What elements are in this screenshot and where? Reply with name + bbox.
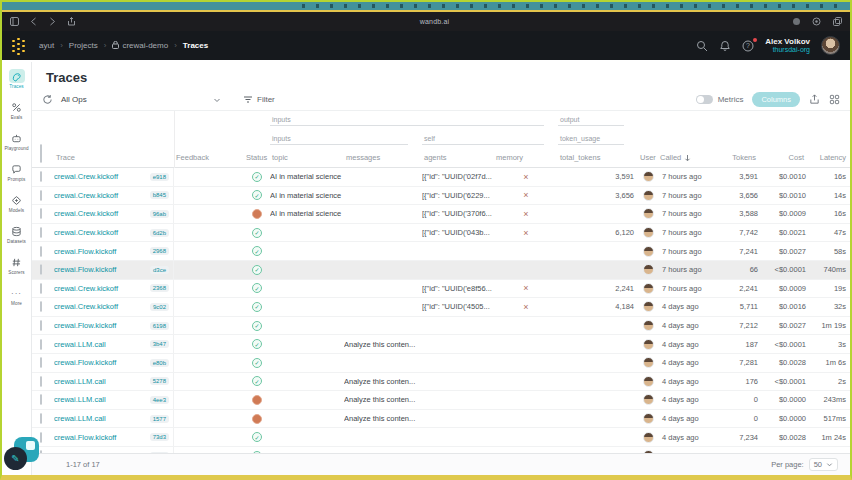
trace-id-badge[interactable]: 2968 xyxy=(150,247,169,255)
table-row[interactable]: crewai.Flow.kickoff d3ce ✓ 7 hours ago 6… xyxy=(32,261,850,280)
table-row[interactable]: crewai.LLM.call 3b47 ✓ Analyze this cont… xyxy=(32,335,850,354)
trace-name-link[interactable]: crewai.Flow.kickoff xyxy=(54,433,116,442)
trace-id-badge[interactable]: e918 xyxy=(150,173,169,181)
breadcrumb-project[interactable]: crewai-demo xyxy=(112,41,168,50)
table-row[interactable]: crewai.Flow.kickoff 2968 ✓ 7 hours ago 7… xyxy=(32,242,850,261)
group-header-inputs-nested[interactable]: inputs xyxy=(270,135,408,145)
row-checkbox[interactable] xyxy=(40,264,42,275)
table-row[interactable]: crewai.Crew.kickoff b845 ✓ AI in materia… xyxy=(32,187,850,206)
trace-id-badge[interactable]: 1577 xyxy=(150,415,169,423)
trace-id-badge[interactable]: 4ee3 xyxy=(150,396,169,404)
table-row[interactable]: crewai.LLM.call 1577 Analyze this conten… xyxy=(32,410,850,429)
sidebar-item-evals[interactable]: Evals xyxy=(4,98,30,122)
forward-icon[interactable] xyxy=(48,17,57,26)
trace-name-link[interactable]: crewai.LLM.call xyxy=(54,340,106,349)
trace-name-link[interactable]: crewai.Crew.kickoff xyxy=(54,228,118,237)
trace-id-badge[interactable]: 96ab xyxy=(150,210,169,218)
row-checkbox[interactable] xyxy=(40,283,42,294)
trace-name-link[interactable]: crewai.Crew.kickoff xyxy=(54,209,118,218)
export-icon[interactable] xyxy=(809,94,820,105)
support-chat-widget[interactable]: ✎ xyxy=(4,437,44,473)
new-window-icon[interactable] xyxy=(833,17,842,26)
breadcrumb-traces[interactable]: Traces xyxy=(183,41,208,50)
column-header-agents[interactable]: agents xyxy=(422,153,494,167)
table-row[interactable]: crewai.LLM.call 5278 ✓ Analyze this cont… xyxy=(32,373,850,392)
table-row[interactable]: crewai.Flow.kickoff e80b ✓ 4 days ago 7,… xyxy=(32,354,850,373)
column-header-topic[interactable]: topic xyxy=(270,153,344,167)
trace-name-link[interactable]: crewai.Crew.kickoff xyxy=(54,284,118,293)
metrics-toggle[interactable] xyxy=(696,95,713,104)
per-page-select[interactable]: 50 xyxy=(809,458,838,471)
row-checkbox[interactable] xyxy=(40,376,42,387)
column-header-trace[interactable]: Trace xyxy=(54,153,174,167)
trace-id-badge[interactable]: 6198 xyxy=(150,322,169,330)
trace-name-link[interactable]: crewai.Crew.kickoff xyxy=(54,302,118,311)
wandb-logo-icon[interactable] xyxy=(12,38,27,54)
column-header-memory[interactable]: memory xyxy=(494,153,558,167)
trace-name-link[interactable]: crewai.Crew.kickoff xyxy=(54,172,118,181)
refresh-icon[interactable] xyxy=(42,94,53,105)
sidebar-toggle-icon[interactable] xyxy=(10,17,19,26)
back-icon[interactable] xyxy=(29,17,38,26)
trace-name-link[interactable]: crewai.Flow.kickoff xyxy=(54,265,116,274)
column-header-total-tokens[interactable]: total_tokens xyxy=(558,153,638,167)
group-header-self[interactable]: self xyxy=(422,135,544,145)
trace-id-badge[interactable]: 9c02 xyxy=(150,303,169,311)
user-org[interactable]: thursdai-org xyxy=(765,46,810,54)
breadcrumb-projects[interactable]: Projects xyxy=(69,41,98,50)
row-checkbox[interactable] xyxy=(40,339,42,350)
table-row[interactable]: crewai.Crew.kickoff e918 ✓ AI in materia… xyxy=(32,168,850,187)
column-header-user[interactable]: User xyxy=(638,153,658,167)
column-header-called[interactable]: Called xyxy=(658,153,724,167)
row-checkbox[interactable] xyxy=(40,301,42,312)
group-header-token-usage[interactable]: token_usage xyxy=(558,135,624,145)
trace-id-badge[interactable]: 5278 xyxy=(150,377,169,385)
column-header-feedback[interactable]: Feedback xyxy=(174,153,244,167)
group-header-output[interactable]: output xyxy=(558,116,624,126)
sidebar-item-datasets[interactable]: Datasets xyxy=(4,222,30,246)
select-all-checkbox[interactable] xyxy=(40,144,42,163)
column-header-messages[interactable]: messages xyxy=(344,153,422,167)
table-row[interactable]: crewai.Flow.kickoff 6198 ✓ 4 days ago 7,… xyxy=(32,317,850,336)
extension-avatar-icon[interactable] xyxy=(793,18,800,25)
search-icon[interactable] xyxy=(696,40,708,52)
table-row[interactable]: crewai.LLM.call 4ee3 Analyze this conten… xyxy=(32,391,850,410)
table-row[interactable]: crewai.Flow.kickoff 73d3 ✓ 4 days ago 7,… xyxy=(32,428,850,447)
trace-name-link[interactable]: crewai.Flow.kickoff xyxy=(54,247,116,256)
breadcrumb-entity[interactable]: ayut xyxy=(39,41,54,50)
sidebar-item-playground[interactable]: Playground xyxy=(4,129,30,153)
columns-button[interactable]: Columns xyxy=(752,92,800,107)
address-bar[interactable]: wandb.ai xyxy=(76,18,793,25)
trace-id-badge[interactable]: b845 xyxy=(150,191,169,199)
trace-name-link[interactable]: crewai.Flow.kickoff xyxy=(54,321,116,330)
column-header-status[interactable]: Status xyxy=(244,153,270,167)
sidebar-item-traces[interactable]: Traces xyxy=(4,67,30,91)
row-checkbox[interactable] xyxy=(40,413,42,424)
trace-id-badge[interactable]: 3b47 xyxy=(150,340,169,348)
sidebar-item-prompts[interactable]: Prompts xyxy=(4,160,30,184)
row-checkbox[interactable] xyxy=(40,357,42,368)
filter-button[interactable]: Filter xyxy=(243,95,275,104)
table-row[interactable]: crewai.Crew.kickoff 9c02 ✓ [{"id": "UUID… xyxy=(32,298,850,317)
row-checkbox[interactable] xyxy=(40,320,42,331)
trace-name-link[interactable]: crewai.LLM.call xyxy=(54,414,106,423)
row-checkbox[interactable] xyxy=(40,246,42,257)
trace-id-badge[interactable]: 2368 xyxy=(150,284,169,292)
sidebar-item-models[interactable]: Models xyxy=(4,191,30,215)
row-checkbox[interactable] xyxy=(40,190,42,201)
trace-name-link[interactable]: crewai.LLM.call xyxy=(54,377,106,386)
row-checkbox[interactable] xyxy=(40,394,42,405)
column-header-cost[interactable]: Cost xyxy=(762,153,810,167)
trace-name-link[interactable]: crewai.Crew.kickoff xyxy=(54,191,118,200)
trace-id-badge[interactable]: e80b xyxy=(150,359,169,367)
column-header-tokens[interactable]: Tokens xyxy=(724,153,762,167)
table-row[interactable]: crewai.Crew.kickoff 2368 ✓ [{"id": "UUID… xyxy=(32,280,850,299)
sidebar-item-scorers[interactable]: Scorers xyxy=(4,253,30,277)
user-block[interactable]: Alex Volkov thursdai-org xyxy=(765,37,810,54)
ops-filter-select[interactable]: All Ops xyxy=(61,95,221,104)
trace-name-link[interactable]: crewai.Flow.kickoff xyxy=(54,358,116,367)
trace-id-badge[interactable]: 6d2b xyxy=(150,229,169,237)
sidebar-item-more[interactable]: ··· More xyxy=(4,284,30,308)
trace-id-badge[interactable]: d3ce xyxy=(150,266,169,274)
trace-name-link[interactable]: crewai.LLM.call xyxy=(54,395,106,404)
